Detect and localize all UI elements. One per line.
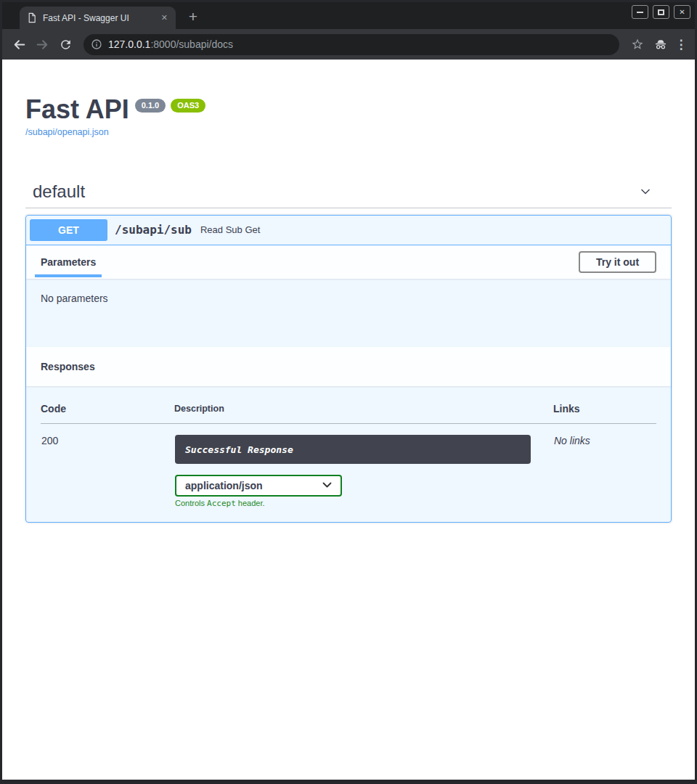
no-parameters-text: No parameters <box>41 293 108 304</box>
window-controls: ✕ <box>632 5 690 19</box>
browser-window: Fast API - Swagger UI ✕ + ✕ 127.0.0.1:80… <box>0 0 697 784</box>
openapi-spec-link[interactable]: /subapi/openapi.json <box>25 127 109 137</box>
minimize-icon <box>637 12 643 13</box>
browser-tab[interactable]: Fast API - Swagger UI ✕ <box>20 7 176 29</box>
column-header-description: Description <box>174 396 553 424</box>
oas3-badge: OAS3 <box>171 99 205 113</box>
address-bar[interactable]: 127.0.0.1:8000/subapi/docs <box>83 34 619 55</box>
parameters-header: Parameters Try it out <box>26 245 671 279</box>
url-path: :8000/subapi/docs <box>150 38 233 50</box>
incognito-indicator <box>650 33 672 55</box>
star-icon <box>631 38 644 51</box>
response-description-text: Successful Response <box>185 444 293 455</box>
operation-block-get: GET /subapi/sub Read Sub Get Parameters … <box>25 215 672 523</box>
info-icon[interactable] <box>91 38 102 50</box>
chevron-down-icon <box>322 482 332 489</box>
media-type-select[interactable]: application/json <box>175 475 342 497</box>
incognito-icon <box>653 37 668 52</box>
response-code: 200 <box>41 423 174 509</box>
method-badge[interactable]: GET <box>30 219 107 241</box>
tab-title: Fast API - Swagger UI <box>43 13 154 23</box>
chevron-down-icon[interactable] <box>638 184 653 199</box>
responses-header: Responses <box>26 347 671 386</box>
tab-close-icon[interactable]: ✕ <box>160 12 169 23</box>
version-badge: 0.1.0 <box>135 99 166 113</box>
maximize-button[interactable] <box>653 5 669 19</box>
api-badges: 0.1.0 OAS3 <box>135 99 205 113</box>
response-description-box: Successful Response <box>175 435 531 464</box>
responses-heading: Responses <box>41 361 656 372</box>
tab-parameters[interactable]: Parameters <box>41 256 96 268</box>
operation-path: /subapi/sub <box>115 223 192 237</box>
reload-button[interactable] <box>54 33 76 55</box>
try-it-out-button[interactable]: Try it out <box>579 251 656 273</box>
responses-table: Code Description Links 200 Successful Re <box>41 396 656 509</box>
browser-menu-button[interactable]: ⋮ <box>673 33 689 55</box>
accept-header-note: Controls Accept header. <box>175 499 553 508</box>
operation-summary[interactable]: GET /subapi/sub Read Sub Get <box>26 216 671 245</box>
forward-icon <box>36 38 49 52</box>
response-row-200: 200 Successful Response application/json <box>41 423 656 509</box>
url-host: 127.0.0.1 <box>108 38 150 50</box>
bookmark-button[interactable] <box>627 33 648 55</box>
page-title: Fast API 0.1.0 OAS3 <box>25 96 672 123</box>
tab-strip: Fast API - Swagger UI ✕ + ✕ <box>2 2 695 29</box>
close-button[interactable]: ✕ <box>674 5 690 19</box>
browser-toolbar: 127.0.0.1:8000/subapi/docs ⋮ <box>2 29 695 60</box>
api-info: Fast API 0.1.0 OAS3 /subapi/openapi.json <box>25 60 672 138</box>
tag-name: default <box>33 181 85 202</box>
responses-body: Code Description Links 200 Successful Re <box>26 386 671 522</box>
reload-icon <box>59 38 73 52</box>
accept-note-suffix: header. <box>236 499 265 507</box>
column-header-code: Code <box>41 396 174 424</box>
api-title-text: Fast API <box>25 96 129 123</box>
parameters-body: No parameters <box>26 279 671 347</box>
accept-note-code: Accept <box>207 499 236 508</box>
new-tab-button[interactable]: + <box>183 7 203 28</box>
page-favicon-icon <box>26 12 37 23</box>
column-header-links: Links <box>553 396 656 424</box>
maximize-icon <box>658 9 664 15</box>
response-description-cell: Successful Response application/json <box>174 423 553 509</box>
forward-button[interactable] <box>31 33 53 55</box>
operation-summary-text: Read Sub Get <box>200 224 260 235</box>
swagger-page: Fast API 0.1.0 OAS3 /subapi/openapi.json… <box>2 60 695 780</box>
back-button[interactable] <box>8 33 30 55</box>
back-icon <box>12 38 26 52</box>
media-type-control: application/json Controls Accept header. <box>175 475 553 508</box>
media-type-value: application/json <box>185 480 263 491</box>
tag-section-header[interactable]: default <box>25 181 672 208</box>
url-text: 127.0.0.1:8000/subapi/docs <box>108 38 233 50</box>
responses-table-header-row: Code Description Links <box>41 396 656 424</box>
response-links: No links <box>553 423 656 509</box>
minimize-button[interactable] <box>632 5 648 19</box>
accept-note-prefix: Controls <box>175 499 207 507</box>
